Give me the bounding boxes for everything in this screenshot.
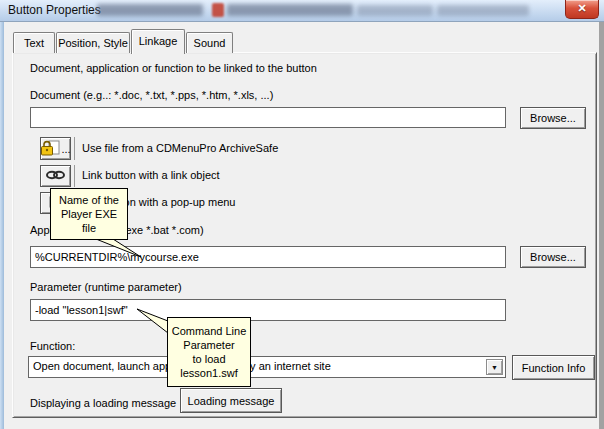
blurred-background-text — [437, 5, 529, 16]
callout-line: file — [51, 221, 127, 235]
callout-command-line: Command Line Parameter to load lesson1.s… — [167, 317, 251, 387]
archivesafe-lock-icon — [40, 140, 60, 158]
divider — [74, 165, 75, 187]
document-browse-button[interactable]: Browse... — [520, 107, 586, 129]
function-dropdown[interactable]: Open document, launch application or dis… — [28, 356, 506, 378]
blurred-background-text — [97, 4, 203, 16]
callout-line: lesson1.swf — [168, 366, 250, 380]
function-info-button[interactable]: Function Info — [512, 355, 595, 380]
callout-line: Player EXE — [51, 207, 127, 221]
archivesafe-button[interactable]: ... — [40, 137, 71, 160]
callout-player-exe: Name of the Player EXE file — [50, 188, 128, 240]
archivesafe-label: Use file from a CDMenuPro ArchiveSafe — [82, 142, 278, 154]
window-title: Button Properties — [8, 3, 101, 17]
callout-line: Command Line — [168, 324, 250, 338]
loading-message-label: Displaying a loading message — [30, 397, 176, 409]
tab-linkage[interactable]: Linkage — [131, 29, 185, 54]
parameter-input[interactable] — [30, 299, 506, 321]
document-label: Document (e.g..: *.doc, *.txt, *.pps, *.… — [30, 89, 273, 101]
window-titlebar: Button Properties ✕ — [0, 0, 604, 22]
button-properties-window: Button Properties ✕ Text Position, Style… — [0, 0, 604, 429]
ellipsis-label: ... — [61, 143, 70, 155]
link-chain-icon — [45, 169, 66, 183]
application-input[interactable] — [30, 246, 506, 268]
dropdown-arrow-icon[interactable]: ▼ — [486, 359, 503, 375]
blurred-background-text — [357, 5, 433, 16]
window-right-border — [599, 22, 604, 429]
close-button[interactable]: ✕ — [565, 0, 599, 19]
link-object-button[interactable] — [40, 165, 71, 187]
divider — [74, 137, 75, 160]
callout-line: Name of the — [51, 193, 127, 207]
intro-label: Document, application or function to be … — [30, 62, 317, 74]
link-object-label: Link button with a link object — [82, 169, 220, 181]
tab-position-style[interactable]: Position, Style — [56, 32, 130, 53]
blurred-background-icon — [212, 3, 224, 17]
parameter-label: Parameter (runtime parameter) — [30, 281, 182, 293]
document-input[interactable] — [30, 107, 506, 128]
loading-message-button[interactable]: Loading message — [180, 388, 282, 413]
function-label: Function: — [30, 340, 75, 352]
function-selected-value: Open document, launch application or dis… — [33, 360, 483, 372]
callout-line: Parameter — [168, 338, 250, 352]
callout-line: to load — [168, 352, 250, 366]
blurred-background-text — [227, 4, 353, 16]
tab-sound[interactable]: Sound — [186, 32, 233, 53]
close-icon: ✕ — [577, 2, 586, 14]
application-browse-button[interactable]: Browse... — [520, 246, 586, 268]
tab-text[interactable]: Text — [13, 32, 55, 53]
